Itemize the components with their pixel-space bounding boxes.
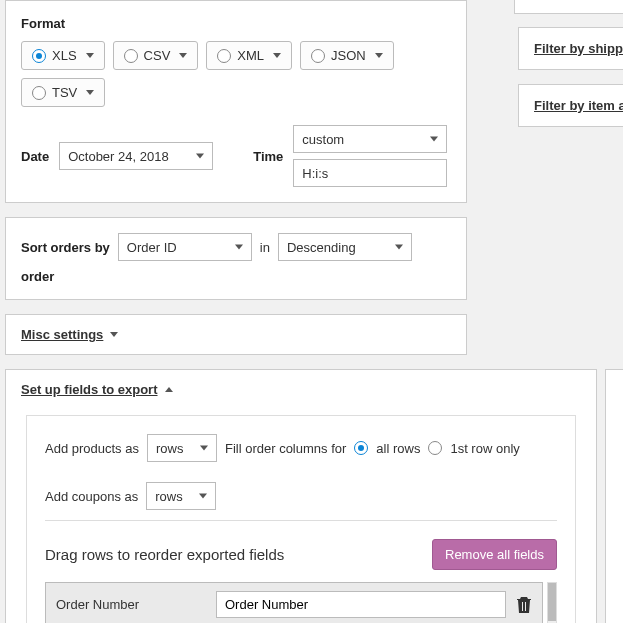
right-panel-partial — [605, 369, 623, 623]
sort-field-select[interactable]: Order ID — [118, 233, 252, 261]
radio-icon — [217, 49, 231, 63]
fill-allrows: all rows — [376, 441, 420, 456]
format-option-csv[interactable]: CSV — [113, 41, 199, 70]
format-option-label: XLS — [52, 48, 77, 63]
remove-all-button[interactable]: Remove all fields — [432, 539, 557, 570]
filter-item-button[interactable]: Filter by item an — [518, 84, 623, 127]
misc-label: Misc settings — [21, 327, 103, 342]
time-label: Time — [253, 149, 283, 164]
date-value: October 24, 2018 — [68, 149, 168, 164]
time-preset: custom — [302, 132, 344, 147]
time-format-input[interactable]: H:i:s — [293, 159, 447, 187]
filter-shipping-button[interactable]: Filter by shippin — [518, 27, 623, 70]
caret-down-icon — [179, 53, 187, 58]
coupons-as-value: rows — [155, 489, 182, 504]
radio-icon — [32, 86, 46, 100]
sort-direction-select[interactable]: Descending — [278, 233, 412, 261]
caret-down-icon — [86, 53, 94, 58]
misc-toggle[interactable]: Misc settings — [6, 315, 466, 354]
field-row-label: Order Number — [56, 597, 206, 612]
filter-shipping-label: Filter by shippin — [534, 41, 623, 56]
scrollbar-thumb[interactable] — [548, 583, 556, 621]
caret-down-icon — [273, 53, 281, 58]
date-select[interactable]: October 24, 2018 — [59, 142, 213, 170]
sort-suffix: order — [21, 269, 54, 284]
radio-icon[interactable] — [428, 441, 442, 455]
sort-direction: Descending — [287, 240, 356, 255]
caret-down-icon — [375, 53, 383, 58]
format-option-label: TSV — [52, 85, 77, 100]
fields-label: Set up fields to export — [21, 382, 158, 397]
misc-section: Misc settings — [5, 314, 467, 355]
radio-icon[interactable] — [354, 441, 368, 455]
fill-firstrow: 1st row only — [450, 441, 519, 456]
format-option-label: JSON — [331, 48, 366, 63]
format-option-label: XML — [237, 48, 264, 63]
radio-icon — [124, 49, 138, 63]
format-option-tsv[interactable]: TSV — [21, 78, 105, 107]
caret-down-icon — [86, 90, 94, 95]
format-options: XLS CSV XML JSON TSV — [21, 41, 451, 107]
field-row-input[interactable] — [216, 591, 506, 618]
filter-item-label: Filter by item an — [534, 98, 623, 113]
sort-in-label: in — [260, 240, 270, 255]
fill-label: Fill order columns for — [225, 441, 346, 456]
scrollbar[interactable] — [547, 582, 557, 623]
format-label: Format — [21, 16, 451, 31]
field-list: Order Number Order Status — [45, 582, 557, 623]
caret-up-icon — [165, 387, 173, 392]
format-option-json[interactable]: JSON — [300, 41, 394, 70]
format-option-xls[interactable]: XLS — [21, 41, 105, 70]
time-preset-select[interactable]: custom — [293, 125, 447, 153]
coupons-as-label: Add coupons as — [45, 489, 138, 504]
sort-label: Sort orders by — [21, 240, 110, 255]
coupons-as-select[interactable]: rows — [146, 482, 216, 510]
radio-icon — [32, 49, 46, 63]
fields-toggle[interactable]: Set up fields to export — [6, 370, 596, 409]
divider — [45, 520, 557, 521]
format-section: Format XLS CSV XML JSON TSV Date — [5, 0, 467, 203]
field-row[interactable]: Order Number — [45, 582, 543, 623]
trash-icon[interactable] — [516, 596, 532, 614]
time-format: H:i:s — [302, 166, 328, 181]
drag-title: Drag rows to reorder exported fields — [45, 546, 284, 563]
date-label: Date — [21, 149, 49, 164]
fields-section: Set up fields to export Add products as … — [5, 369, 597, 623]
products-as-select[interactable]: rows — [147, 434, 217, 462]
sort-section: Sort orders by Order ID in Descending or… — [5, 217, 467, 300]
radio-icon — [311, 49, 325, 63]
products-as-value: rows — [156, 441, 183, 456]
products-as-label: Add products as — [45, 441, 139, 456]
caret-down-icon — [110, 332, 118, 337]
format-option-label: CSV — [144, 48, 171, 63]
format-option-xml[interactable]: XML — [206, 41, 292, 70]
sort-field: Order ID — [127, 240, 177, 255]
